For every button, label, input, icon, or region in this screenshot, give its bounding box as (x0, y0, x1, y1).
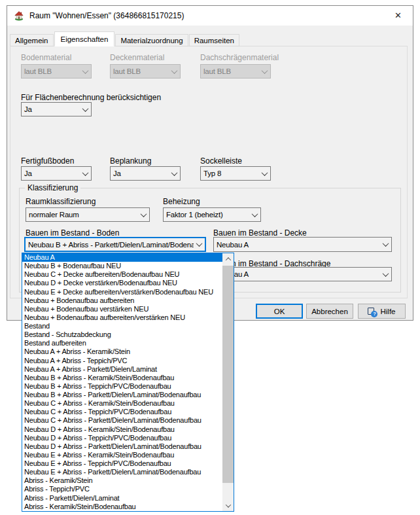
chevron-down-icon (169, 171, 180, 176)
close-button[interactable]: ✕ (383, 6, 413, 25)
list-item[interactable]: Neubau A + Abriss - Keramik/Stein (22, 347, 222, 356)
list-item[interactable]: Abriss - Keramik/Stein/Bodenaufbau (22, 503, 222, 511)
list-item[interactable]: Neubau D + Abriss - Teppich/PVC/Bodenauf… (22, 434, 222, 442)
flaechenberechnung-value: Ja (22, 105, 80, 113)
scroll-down-button[interactable] (222, 500, 234, 511)
flaechenberechnung-label: Für Flächenberechnung berücksichtigen (21, 93, 161, 102)
list-item[interactable]: Neubau B + Bodenaufbau NEU (22, 262, 222, 270)
tab-raumseiten[interactable]: Raumseiten (189, 34, 239, 46)
klassifizierung-group-label: Klassifizierung (25, 183, 80, 192)
chevron-down-icon (259, 171, 270, 176)
beheizung-select[interactable]: Faktor 1 (beheizt) (163, 207, 261, 222)
list-item[interactable]: Abriss - Parkett/Dielen/Laminat (22, 494, 222, 503)
list-item[interactable]: Neubau C + Abriss - Keramik/Stein/Bodena… (22, 399, 222, 408)
list-item[interactable]: Bestand (22, 322, 222, 330)
dachschraegenmaterial-select: laut BLB (200, 64, 271, 79)
titlebar: Raum "Wohnen/Essen" (364866815170215) ✕ (7, 6, 413, 26)
list-item[interactable]: Neubau D + Decke verstärken/Bodenaufbau … (22, 279, 222, 287)
raumklassifizierung-select[interactable]: normaler Raum (26, 207, 150, 222)
bestand-boden-value: Neubau B + Abriss - Parkett/Dielen/Lamin… (26, 241, 194, 249)
tab-strip: Allgemein Eigenschaften Materialzuordnun… (10, 32, 240, 46)
chevron-down-icon (80, 107, 91, 112)
sockelleiste-value: Typ 8 (201, 169, 259, 177)
list-item[interactable]: Neubau D + Abriss - Parkett/Dielen/Lamin… (22, 442, 222, 451)
dachschraegenmaterial-value: laut BLB (201, 67, 259, 75)
dropdown-list-items: Neubau ANeubau B + Bodenaufbau NEUNeubau… (22, 253, 222, 511)
list-item[interactable]: Neubau C + Abriss - Parkett/Dielen/Lamin… (22, 416, 222, 425)
list-item[interactable]: Bestand aufbereiten (22, 339, 222, 347)
list-item[interactable]: Neubau A (22, 253, 222, 262)
chevron-down-icon (80, 171, 91, 176)
help-button-label: Hilfe (380, 308, 395, 315)
list-item[interactable]: Neubau C + Abriss - Teppich/PVC/Bodenauf… (22, 408, 222, 416)
fertigfussboden-label: Fertigfußboden (21, 156, 74, 166)
list-item[interactable]: Neubau + Bodenaufbau verstärken NEU (22, 305, 222, 313)
flaechenberechnung-select[interactable]: Ja (21, 102, 92, 116)
sockelleiste-label: Sockelleiste (200, 156, 242, 166)
list-item[interactable]: Neubau D + Abriss - Keramik/Stein/Bodena… (22, 425, 222, 434)
bestand-boden-dropdown-list: Neubau ANeubau B + Bodenaufbau NEUNeubau… (22, 253, 234, 512)
list-item[interactable]: Neubau C + Decke aufbereiten/Bodenaufbau… (22, 270, 222, 279)
bestand-decke-select[interactable]: Neubau A (213, 237, 392, 252)
list-item[interactable]: Neubau E + Decke aufbereiten/verstärken/… (22, 288, 222, 296)
deckenmaterial-select: laut BLB (110, 64, 181, 79)
raumklassifizierung-label: Raumklassifizierung (26, 197, 96, 206)
sockelleiste-select[interactable]: Typ 8 (200, 166, 271, 181)
bodenmaterial-label: Bodenmaterial (21, 53, 71, 62)
list-item[interactable]: Neubau A + Abriss - Teppich/PVC (22, 357, 222, 365)
list-item[interactable]: Bestand - Schutzabdeckung (22, 330, 222, 339)
chevron-down-icon (380, 272, 391, 277)
close-icon: ✕ (394, 10, 402, 20)
list-item[interactable]: Neubau E + Abriss - Parkett/Dielen/Lamin… (22, 468, 222, 476)
dialog-title: Raum "Wohnen/Essen" (364866815170215) (29, 11, 184, 20)
list-item[interactable]: Abriss - Keramik/Stein (22, 476, 222, 485)
cancel-button[interactable]: Abbrechen (306, 304, 353, 319)
dachschraegenmaterial-label: Dachschrägenmaterial (200, 53, 279, 62)
bodenmaterial-value: laut BLB (22, 67, 80, 75)
dropdown-scrollbar[interactable] (222, 253, 234, 511)
beheizung-value: Faktor 1 (beheizt) (164, 211, 249, 219)
fertigfussboden-value: Ja (22, 169, 80, 177)
ok-button[interactable]: OK (256, 304, 303, 319)
chevron-up-icon (225, 257, 230, 262)
beheizung-label: Beheizung (163, 197, 200, 206)
chevron-down-icon (169, 69, 180, 74)
fertigfussboden-select[interactable]: Ja (21, 166, 92, 181)
chevron-down-icon (249, 213, 260, 217)
beplankung-value: Ja (111, 169, 169, 177)
list-item[interactable]: Neubau E + Abriss - Teppich/PVC/Bodenauf… (22, 459, 222, 468)
chevron-down-icon (80, 69, 91, 74)
tab-allgemein[interactable]: Allgemein (10, 34, 54, 46)
bestand-dachschraege-select[interactable]: Neubau A (213, 267, 392, 281)
tab-materialzuordnung[interactable]: Materialzuordnung (115, 34, 188, 46)
beplankung-select[interactable]: Ja (110, 166, 181, 181)
bestand-boden-label: Bauen im Bestand - Boden (26, 228, 119, 238)
list-item[interactable]: Neubau B + Abriss - Parkett/Dielen/Lamin… (22, 391, 222, 399)
list-item[interactable]: Abriss - Teppich/PVC (22, 485, 222, 493)
chevron-down-icon (259, 69, 270, 74)
chevron-down-icon (138, 213, 149, 217)
help-question-badge-icon: ? (368, 307, 377, 316)
deckenmaterial-label: Deckenmaterial (110, 53, 164, 62)
scrollbar-thumb[interactable] (222, 266, 234, 483)
chevron-down-icon (225, 502, 230, 507)
help-button[interactable]: ? Hilfe (358, 304, 406, 319)
list-item[interactable]: Neubau A + Abriss - Parkett/Dielen/Lamin… (22, 365, 222, 374)
bestand-decke-label: Bauen im Bestand - Decke (213, 228, 307, 238)
list-item[interactable]: Neubau B + Abriss - Teppich/PVC/Bodenauf… (22, 382, 222, 391)
list-item[interactable]: Neubau B + Abriss - Keramik/Stein/Bodena… (22, 374, 222, 382)
beplankung-label: Beplankung (110, 156, 151, 166)
raumklassifizierung-value: normaler Raum (26, 211, 138, 219)
screen: { "window": { "title": "Raum \"Wohnen/Es… (0, 0, 420, 515)
list-item[interactable]: Neubau + Bodenaufbau aufbereiten (22, 296, 222, 305)
chevron-down-icon (380, 242, 391, 247)
bestand-boden-select[interactable]: Neubau B + Abriss - Parkett/Dielen/Lamin… (24, 237, 206, 252)
list-item[interactable]: Neubau + Bodenaufbau aufbereiten/verstär… (22, 313, 222, 322)
scroll-up-button[interactable] (222, 253, 234, 264)
bestand-dachschraege-value: Neubau A (214, 270, 380, 278)
tab-eigenschaften[interactable]: Eigenschaften (54, 31, 115, 46)
list-item[interactable]: Neubau E + Abriss - Keramik/Stein/Bodena… (22, 451, 222, 459)
house-icon (14, 10, 24, 21)
chevron-down-icon (194, 242, 205, 247)
bodenmaterial-select: laut BLB (21, 64, 92, 79)
